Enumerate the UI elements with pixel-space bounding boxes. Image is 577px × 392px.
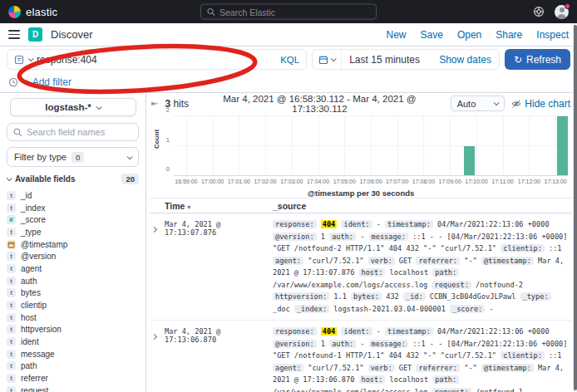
text-field-icon: t — [7, 277, 16, 286]
column-header-time[interactable]: Time▾ — [150, 201, 273, 211]
nav-action-inspect[interactable]: Inspect — [536, 29, 569, 41]
field-search-input[interactable]: Search field names — [7, 123, 139, 141]
gridline — [397, 116, 398, 175]
histogram-bar[interactable] — [464, 146, 475, 176]
field-item-message[interactable]: tmessage — [7, 348, 139, 360]
text-field-icon: t — [7, 191, 16, 200]
field-item-agent[interactable]: tagent — [7, 262, 139, 275]
notification-dot — [565, 3, 570, 9]
chevron-down-icon — [494, 100, 500, 105]
discover-app-icon[interactable]: D — [28, 27, 42, 42]
field-item-httpversion[interactable]: thttpversion — [7, 324, 139, 336]
x-tick-label: 17:11:00 — [491, 179, 514, 184]
field-key-badge: referrer: — [416, 364, 460, 372]
table-row: Mar 4, 2021 @ 17:13:06.870response: 404 … — [150, 321, 572, 392]
kql-button[interactable]: KQL — [280, 55, 299, 65]
sort-desc-icon: ▾ — [187, 203, 190, 211]
field-item-_index[interactable]: t_index — [7, 202, 139, 214]
elastic-logo[interactable]: elastic — [8, 6, 57, 18]
gridline — [213, 116, 214, 175]
highlighted-value: 404 — [321, 220, 338, 228]
query-bar: response:404 KQL Last 15 minutes Show da… — [0, 47, 577, 72]
time-range-value[interactable]: Last 15 minutes — [342, 54, 432, 66]
collapse-sidebar-icon[interactable]: ⇤ — [151, 100, 158, 108]
user-avatar[interactable] — [555, 5, 569, 19]
gridline — [344, 116, 345, 175]
available-fields-label: Available fields — [15, 174, 75, 184]
field-item-_id[interactable]: t_id — [7, 189, 139, 202]
gridline — [503, 116, 504, 175]
page-title: Discover — [51, 28, 93, 41]
field-item-@timestamp[interactable]: @timestamp — [7, 238, 139, 251]
field-key-badge: ident: — [341, 327, 372, 336]
field-item-request[interactable]: trequest — [7, 385, 139, 392]
text-field-icon: t — [7, 288, 16, 297]
gridline — [239, 116, 239, 175]
field-item-auth[interactable]: tauth — [7, 275, 139, 287]
field-name: httpversion — [21, 325, 62, 334]
chevron-down-icon — [7, 175, 12, 181]
scrollbar-thumb[interactable] — [574, 25, 577, 390]
clock-icon[interactable] — [8, 77, 18, 87]
help-icon[interactable] — [533, 6, 545, 17]
global-search-placeholder: Search Elastic — [219, 7, 275, 17]
scrollbar-track[interactable] — [573, 23, 577, 392]
search-icon — [13, 128, 22, 137]
highlighted-value: 404 — [321, 327, 338, 336]
saved-queries-icon[interactable] — [14, 55, 24, 65]
refresh-button[interactable]: ↻ Refresh — [505, 49, 570, 70]
gridline — [371, 116, 372, 175]
interval-select[interactable]: Auto — [451, 96, 505, 111]
nav-action-share[interactable]: Share — [496, 29, 522, 41]
histogram-bar[interactable] — [557, 116, 568, 175]
field-item-bytes[interactable]: tbytes — [7, 287, 139, 300]
index-pattern-select[interactable]: logstash-* — [10, 98, 136, 116]
field-search-placeholder: Search field names — [27, 127, 105, 137]
text-field-icon: t — [7, 264, 16, 273]
available-fields-toggle[interactable]: Available fields 20 — [7, 174, 139, 184]
field-item-clientip[interactable]: tclientip — [7, 299, 139, 311]
field-key-badge: request: — [432, 281, 471, 289]
nav-action-new[interactable]: New — [387, 29, 407, 41]
filter-by-type-dropdown[interactable]: Filter by type 0 — [7, 147, 139, 167]
nav-action-save[interactable]: Save — [421, 29, 443, 41]
field-key-badge: verb: — [368, 257, 395, 265]
field-key-badge: path: — [432, 375, 459, 384]
show-dates-button[interactable]: Show dates — [432, 54, 499, 66]
field-item-_type[interactable]: t_type — [7, 226, 139, 238]
field-item-_score[interactable]: #_score — [7, 213, 139, 226]
global-search-input[interactable]: Search Elastic — [200, 4, 377, 20]
field-key-badge: clientip: — [501, 351, 545, 360]
field-item-host[interactable]: thost — [7, 311, 139, 324]
query-input[interactable]: response:404 KQL — [7, 49, 307, 70]
field-name: request — [21, 386, 48, 392]
hide-chart-button[interactable]: Hide chart — [511, 98, 570, 110]
field-name: @version — [21, 252, 56, 261]
field-key-badge: host: — [359, 375, 386, 384]
calendar-dropdown[interactable] — [313, 50, 342, 69]
expand-row-icon[interactable] — [150, 218, 165, 315]
menu-icon[interactable] — [8, 30, 20, 39]
histogram-chart: Count 012 16:59:0017:00:0017:01:0017:02:… — [150, 114, 572, 198]
text-field-icon: t — [7, 325, 16, 334]
field-item-@version[interactable]: t@version — [7, 250, 139, 262]
field-key-badge: timestamp: — [385, 327, 433, 336]
text-field-icon: t — [7, 252, 16, 261]
query-text[interactable]: response:404 — [37, 54, 276, 66]
field-key-badge: response: — [273, 220, 317, 228]
refresh-icon: ↻ — [514, 55, 522, 65]
chevron-down-icon[interactable] — [28, 56, 34, 61]
date-field-icon — [7, 240, 16, 249]
nav-action-open[interactable]: Open — [457, 29, 481, 41]
chart-plot-area[interactable]: 012 — [173, 116, 569, 176]
field-item-path[interactable]: tpath — [7, 360, 139, 373]
text-field-icon: t — [7, 301, 16, 310]
table-row: Mar 4, 2021 @ 17:13:07.876response: 404 … — [150, 213, 572, 321]
field-item-ident[interactable]: tident — [7, 336, 139, 348]
add-filter-button[interactable]: + Add filter — [24, 76, 72, 88]
field-key-badge: auth: — [329, 233, 356, 241]
expand-row-icon[interactable] — [150, 326, 165, 392]
field-item-referrer[interactable]: treferrer — [7, 372, 139, 385]
chevron-down-icon — [331, 56, 337, 61]
x-tick-label: 17:07:00 — [386, 179, 408, 184]
